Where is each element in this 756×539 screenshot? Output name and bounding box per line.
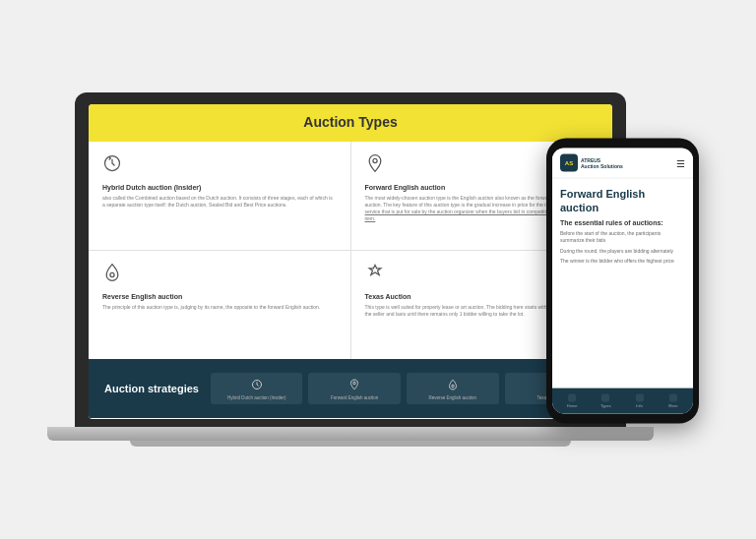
phone-nav-home-label: Home — [558, 403, 586, 408]
phone-footer-nav: Home Types Info More — [552, 389, 693, 414]
card-reverse: Reverse English auction The principle of… — [89, 251, 350, 359]
hybrid-icon — [102, 153, 337, 178]
phone-logo-text: ATREUS Auction Solutions — [581, 157, 623, 169]
bottom-cards-row: Hybrid Dutch auction (Insider) Forward E… — [211, 373, 597, 405]
card-reverse-title: Reverse English auction — [102, 293, 337, 300]
bottom-card-forward-label: Forward English auction — [314, 395, 395, 401]
reverse-icon — [102, 263, 337, 287]
phone: AS ATREUS Auction Solutions ☰ Forward En… — [546, 139, 699, 424]
bottom-bar-title: Auction strategies — [104, 382, 199, 395]
phone-auction-title: Forward English auction — [560, 187, 685, 215]
scene: Auction Types Hybrid Dutch auc — [0, 0, 756, 539]
phone-header: AS ATREUS Auction Solutions ☰ — [552, 149, 693, 179]
reverse-small-icon — [412, 379, 493, 393]
phone-nav-more-label: More — [660, 403, 687, 408]
svg-point-1 — [372, 158, 376, 162]
screen-header: Auction Types — [89, 104, 612, 142]
laptop-base — [47, 427, 654, 441]
info-icon — [636, 394, 644, 402]
more-icon — [669, 394, 677, 402]
bottom-card-hybrid[interactable]: Hybrid Dutch auction (Insider) — [211, 373, 303, 405]
phone-logo: AS ATREUS Auction Solutions — [560, 154, 623, 172]
forward-small-icon — [314, 379, 395, 393]
card-hybrid-title: Hybrid Dutch auction (Insider) — [102, 184, 337, 191]
svg-point-2 — [110, 272, 114, 276]
card-hybrid: Hybrid Dutch auction (Insider) also call… — [89, 142, 350, 250]
card-hybrid-desc: also called the Combined auction based o… — [102, 195, 337, 209]
laptop: Auction Types Hybrid Dutch auc — [75, 92, 626, 447]
svg-point-4 — [353, 382, 356, 385]
home-icon — [568, 394, 576, 402]
laptop-screen-inner: Auction Types Hybrid Dutch auc — [89, 104, 612, 419]
phone-nav-types-label: Types — [592, 403, 619, 408]
phone-rule-3: The winner is the bidder who offers the … — [560, 258, 685, 266]
phone-logo-tagline: Auction Solutions — [581, 163, 623, 169]
phone-screen: AS ATREUS Auction Solutions ☰ Forward En… — [552, 149, 693, 414]
auction-cards-grid: Hybrid Dutch auction (Insider) also call… — [89, 142, 612, 359]
phone-rule-1: Before the start of the auction, the par… — [560, 229, 685, 244]
laptop-foot — [130, 441, 571, 447]
phone-content: Forward English auction The essential ru… — [552, 179, 693, 389]
hamburger-icon[interactable]: ☰ — [676, 157, 685, 168]
laptop-screen-outer: Auction Types Hybrid Dutch auc — [75, 92, 626, 427]
card-reverse-desc: The principle of this auction type is, j… — [102, 304, 337, 311]
bottom-card-reverse-label: Reverse English auction — [412, 395, 493, 401]
phone-logo-icon: AS — [560, 154, 578, 172]
phone-nav-more[interactable]: More — [658, 392, 689, 410]
phone-nav-types[interactable]: Types — [590, 392, 621, 410]
phone-nav-info-label: Info — [626, 403, 654, 408]
phone-rule-2: During the round, the players are biddin… — [560, 247, 685, 255]
page-title: Auction Types — [108, 114, 593, 130]
bottom-card-hybrid-label: Hybrid Dutch auction (Insider) — [217, 395, 297, 401]
bottom-card-forward[interactable]: Forward English auction — [308, 373, 401, 405]
bottom-bar: Auction strategies Hybrid Dutch auction … — [89, 359, 612, 418]
phone-nav-info[interactable]: Info — [624, 392, 656, 410]
hybrid-small-icon — [217, 379, 297, 393]
svg-point-5 — [452, 385, 455, 388]
types-icon — [601, 394, 609, 402]
phone-nav-home[interactable]: Home — [556, 392, 588, 410]
phone-rules-subtitle: The essential rules of auctions: — [560, 218, 685, 225]
bottom-card-reverse[interactable]: Reverse English auction — [407, 373, 499, 405]
